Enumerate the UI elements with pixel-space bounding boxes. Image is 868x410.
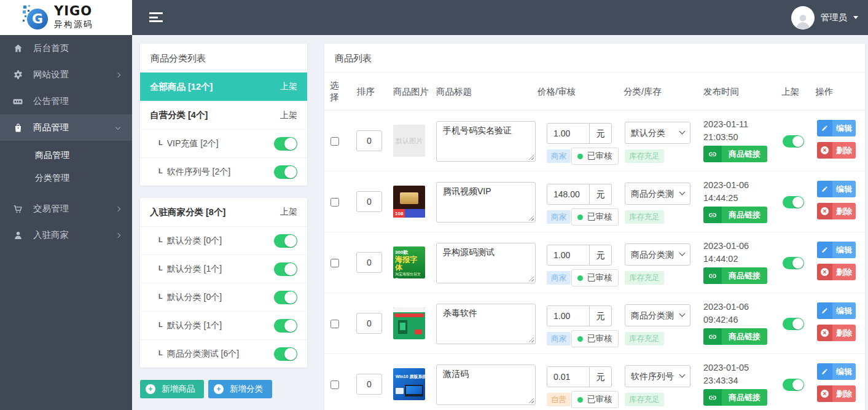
menu-toggle-icon[interactable] [149, 12, 163, 23]
category-select[interactable]: 软件序列号 [625, 365, 690, 387]
product-link-button[interactable]: 商品链接 [703, 389, 767, 406]
column-header: 价格/审核 [538, 73, 576, 111]
sidebar-subitem[interactable]: 商品管理 [0, 144, 132, 167]
add-product-button[interactable]: + 新增商品 [140, 380, 204, 398]
x-circle-icon: × [817, 325, 832, 341]
listed-toggle[interactable] [783, 318, 804, 330]
price-input[interactable] [547, 306, 589, 326]
title-textarea[interactable] [436, 243, 536, 283]
price-input[interactable] [547, 367, 589, 387]
category-row[interactable]: 默认分类 [0个] [140, 283, 307, 311]
listed-toggle[interactable] [783, 379, 804, 391]
product-link-button[interactable]: 商品链接 [703, 267, 767, 284]
category-row[interactable]: 全部商品 [12个] 上架 [140, 73, 307, 101]
table-row: 108 元 商家 已审核 商品分类测 库存充足 2023-01-06 14:44… [324, 171, 865, 232]
stock-badge: 库存充足 [625, 332, 664, 345]
title-textarea[interactable] [436, 121, 536, 162]
category-label: 入驻商家分类 [8个] [150, 207, 225, 218]
caret-down-icon [853, 16, 858, 19]
sidebar-item-announcement[interactable]: 公告管理 [0, 88, 132, 114]
price-field: 元 [547, 184, 612, 205]
category-toggle[interactable] [274, 262, 297, 276]
category-row[interactable]: 默认分类 [0个] [140, 226, 307, 254]
price-input[interactable] [547, 124, 589, 143]
sidebar-item-user[interactable]: 入驻商家 [0, 222, 132, 248]
approved-badge: 已审核 [571, 208, 619, 226]
category-row[interactable]: 默认分类 [1个] [140, 254, 307, 283]
sort-input[interactable] [356, 313, 382, 334]
category-row[interactable]: 入驻商家分类 [8个] 上架 [140, 198, 307, 226]
product-image: 默认图片 [393, 125, 425, 157]
listed-toggle[interactable] [783, 257, 804, 269]
link-icon [703, 389, 722, 406]
product-link-button[interactable]: 商品链接 [703, 328, 767, 345]
row-select-checkbox[interactable] [330, 320, 339, 328]
sort-input[interactable] [356, 191, 382, 212]
brand-subtitle: 异构源码 [54, 19, 93, 30]
edit-button[interactable]: 编辑 [817, 242, 856, 258]
approved-badge: 已审核 [571, 391, 619, 408]
price-input[interactable] [547, 245, 589, 265]
row-select-checkbox[interactable] [330, 198, 339, 207]
price-field: 元 [547, 366, 612, 387]
edit-button[interactable]: 编辑 [817, 302, 856, 319]
product-link-button[interactable]: 商品链接 [703, 207, 767, 223]
category-status: 上架 [280, 110, 297, 121]
approved-badge: 已审核 [571, 330, 619, 347]
sidebar-item-cart[interactable]: 交易管理 [0, 195, 132, 222]
edit-button[interactable]: 编辑 [817, 363, 856, 380]
category-row[interactable]: 自营分类 [4个] 上架 [140, 101, 307, 129]
sidebar-item-gear[interactable]: 网站设置 [0, 61, 132, 88]
category-row[interactable]: 商品分类测试 [6个] [140, 339, 307, 368]
category-toggle[interactable] [274, 347, 297, 361]
title-field-wrap [436, 243, 536, 283]
price-unit: 元 [589, 184, 611, 204]
category-toggle[interactable] [274, 165, 297, 179]
sort-input[interactable] [356, 130, 382, 151]
delete-button[interactable]: × 删除 [817, 385, 856, 402]
row-select-checkbox[interactable] [330, 380, 339, 389]
category-select[interactable]: 商品分类测 [625, 183, 690, 205]
row-select-checkbox[interactable] [330, 137, 339, 146]
column-header: 操作 [815, 73, 833, 111]
product-link-button[interactable]: 商品链接 [703, 146, 767, 162]
category-actions: + 新增商品 + 新增分类 [140, 380, 272, 398]
listed-toggle[interactable] [783, 135, 804, 148]
sort-input[interactable] [356, 252, 382, 273]
column-header: 商品标题 [436, 73, 472, 111]
delete-button[interactable]: × 删除 [817, 142, 856, 159]
home-icon [12, 43, 23, 54]
category-toggle[interactable] [274, 234, 297, 248]
row-select-checkbox[interactable] [330, 259, 339, 267]
add-category-button[interactable]: + 新增分类 [208, 380, 272, 398]
category-row[interactable]: VIP充值 [2个] [140, 129, 307, 157]
title-textarea[interactable] [436, 182, 536, 223]
delete-button[interactable]: × 删除 [817, 203, 856, 219]
edit-button[interactable]: 编辑 [817, 181, 856, 197]
category-select[interactable]: 默认分类 [625, 122, 690, 144]
category-select[interactable]: 商品分类测 [625, 243, 690, 266]
sidebar-item-bag[interactable]: 商品管理 [0, 114, 132, 141]
sidebar-item-home[interactable]: 后台首页 [0, 35, 132, 61]
category-row[interactable]: 软件序列号 [2个] [140, 157, 307, 186]
sort-input[interactable] [356, 374, 382, 395]
edit-button[interactable]: 编辑 [817, 120, 856, 136]
seller-badge: 自营 [547, 393, 571, 406]
sidebar-subitem[interactable]: 分类管理 [0, 167, 132, 189]
category-toggle[interactable] [274, 137, 297, 151]
category-row[interactable]: 默认分类 [1个] [140, 311, 307, 339]
title-textarea[interactable] [436, 365, 536, 405]
price-input[interactable] [547, 184, 589, 204]
category-toggle[interactable] [274, 291, 297, 304]
announcement-icon [12, 96, 23, 107]
bag-icon [12, 122, 23, 133]
delete-button[interactable]: × 删除 [817, 325, 856, 341]
listed-toggle[interactable] [783, 196, 804, 208]
user-menu[interactable]: 管理员 [791, 0, 859, 35]
price-unit: 元 [589, 367, 611, 387]
category-toggle[interactable] [274, 319, 297, 333]
user-name: 管理员 [821, 12, 848, 23]
delete-button[interactable]: × 删除 [817, 264, 856, 280]
category-select[interactable]: 商品分类测 [625, 304, 690, 326]
title-textarea[interactable] [436, 304, 536, 344]
